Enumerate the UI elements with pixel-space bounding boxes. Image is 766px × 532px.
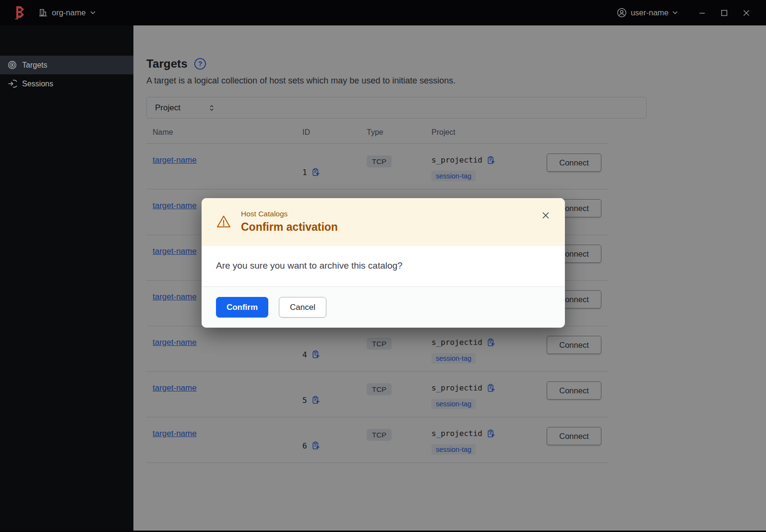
org-building-icon [38,8,48,17]
dialog-title: Confirm activation [241,221,338,234]
cancel-button[interactable]: Cancel [279,297,326,318]
close-window-button[interactable] [735,3,757,23]
target-icon [8,60,17,70]
confirm-dialog: Host Catalogs Confirm activation Are you… [202,198,565,328]
sidebar: Targets Sessions [0,25,133,531]
minimize-button[interactable] [691,3,713,23]
user-menu[interactable]: user-name [617,8,678,18]
dialog-tagline: Host Catalogs [241,210,338,218]
title-bar: org-name user-name [0,0,766,25]
maximize-button[interactable] [713,3,735,23]
dialog-footer: Confirm Cancel [202,286,565,328]
sidebar-item-label: Sessions [22,80,53,88]
sidebar-item-targets[interactable]: Targets [0,56,133,74]
boundary-logo-icon [13,6,27,20]
chevron-down-icon [672,11,678,14]
confirm-button[interactable]: Confirm [216,297,268,318]
user-name-label: user-name [631,8,669,17]
org-name-label: org-name [52,8,86,17]
user-icon [617,8,627,18]
org-switcher[interactable]: org-name [38,8,96,17]
warning-icon [216,214,231,229]
sidebar-item-sessions[interactable]: Sessions [0,74,133,93]
dialog-body-text: Are you sure you want to archive this ca… [202,246,565,286]
close-icon[interactable] [541,211,551,220]
chevron-down-icon [90,11,96,14]
dialog-header: Host Catalogs Confirm activation [202,198,565,246]
sessions-icon [8,79,17,88]
sidebar-item-label: Targets [22,61,47,70]
